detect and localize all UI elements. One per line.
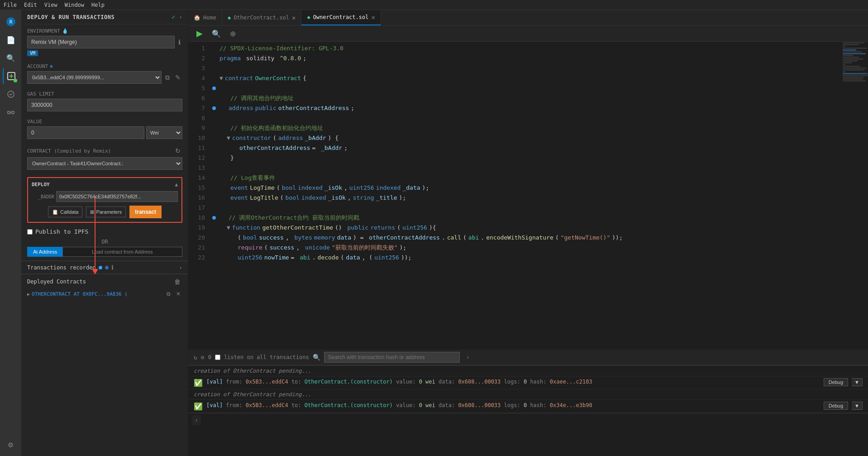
menu-help[interactable]: Help <box>91 2 105 8</box>
home-icon: 🏠 <box>194 14 200 21</box>
code-line-2: pragma solidity ^0.8.0; <box>212 53 837 63</box>
account-section: ACCOUNT ⊕ 0x5B3...eddC4 (99.999999999...… <box>22 60 188 87</box>
expand-icon[interactable]: › <box>179 14 182 20</box>
blue-dot-2 <box>105 266 109 269</box>
listen-all-checkbox[interactable] <box>215 355 220 360</box>
editor-area: 🏠 Home ◆ OtherContract.sol ✕ ◆ OwnerCont… <box>188 10 868 456</box>
icon-bar: R 📄 🔍 ⚙ <box>0 10 22 456</box>
run-btn[interactable]: ▶ <box>194 27 205 40</box>
tab-other-contract[interactable]: ◆ OtherContract.sol ✕ <box>222 10 302 25</box>
tab-owner-contract[interactable]: ◆ OwnerContract.sol ✕ <box>301 10 381 25</box>
tx-count: 0 <box>208 354 211 360</box>
value-label: VALUE <box>27 119 182 125</box>
baddr-input[interactable] <box>56 191 178 202</box>
edit-account-btn[interactable]: ✎ <box>173 73 182 82</box>
svg-rect-5 <box>12 111 14 114</box>
deployed-header: Deployed Contracts 🗑 <box>27 277 182 286</box>
expand-transactions-icon[interactable]: › <box>179 264 182 271</box>
refresh-contract-btn[interactable]: ↻ <box>173 146 182 155</box>
deployed-section: Deployed Contracts 🗑 ▶ OTHERCONTRACT AT … <box>22 274 188 302</box>
menu-bar: File Edit View Window Help <box>0 0 868 10</box>
debug-btn-2[interactable]: Debug <box>824 402 848 410</box>
menu-edit[interactable]: Edit <box>24 2 37 8</box>
output-panel: creation of OtherContract pending... ✅ [… <box>188 365 868 456</box>
value-section: VALUE Wei <box>22 115 188 143</box>
menu-file[interactable]: File <box>4 2 17 8</box>
load-contract-btn[interactable]: Load contract from Address <box>62 247 182 257</box>
code-line-9: // 初始化构造函数初始化合约地址 <box>212 123 837 133</box>
code-line-7: address public otherContractAddress; <box>212 103 837 113</box>
transact-btn[interactable]: transact <box>129 206 162 218</box>
close-tab-1[interactable]: ✕ <box>292 14 296 21</box>
close-tab-2[interactable]: ✕ <box>371 14 375 21</box>
sidebar-item-search[interactable]: 🔍 <box>3 50 19 66</box>
expand-contract-icon[interactable]: ▶ <box>27 292 30 297</box>
listen-all-label: listen on all transactions <box>224 354 309 360</box>
info-icon[interactable]: ℹ <box>111 264 114 271</box>
environment-info-btn[interactable]: ℹ <box>176 38 182 47</box>
collapse-deploy-icon[interactable]: ▲ <box>175 182 178 187</box>
code-line-13 <box>212 163 837 173</box>
account-select[interactable]: 0x5B3...eddC4 (99.999999999... <box>27 71 162 84</box>
zoom-btn[interactable]: ⊕ <box>227 28 238 40</box>
deploy-box-header: DEPLOY ▲ <box>32 182 178 187</box>
deploy-box: DEPLOY ▲ _BADDR 📋 Calldata ⊞ Parameters … <box>27 177 182 223</box>
calldata-btn[interactable]: 📋 Calldata <box>48 206 82 217</box>
environment-select[interactable]: Remix VM (Merge) <box>27 36 175 48</box>
search-btn[interactable]: 🔍 <box>209 28 224 40</box>
at-address-row: At Address Load contract from Address <box>27 247 182 257</box>
code-line-12: } <box>212 153 837 163</box>
sidebar-item-files[interactable]: 📄 <box>3 32 19 48</box>
menu-view[interactable]: View <box>44 2 57 8</box>
environment-section: ENVIRONMENT 💧 Remix VM (Merge) ℹ VM <box>22 24 188 60</box>
tx-search-icon: 🔍 <box>313 354 320 361</box>
value-input[interactable] <box>27 126 144 139</box>
sidebar-item-plugin[interactable] <box>3 104 19 120</box>
sidebar-item-debug[interactable] <box>3 86 19 102</box>
deploy-actions: 📋 Calldata ⊞ Parameters transact <box>32 206 178 218</box>
debug-btn-1[interactable]: Debug <box>824 378 848 386</box>
output-line-3: creation of OtherContract pending... <box>188 389 868 400</box>
tx-search-input[interactable] <box>324 352 460 363</box>
unit-select[interactable]: Wei <box>146 126 182 139</box>
code-line-11: otherContractAddress = _bAddr; <box>212 143 837 153</box>
close-contract-btn[interactable]: ✕ <box>174 290 182 298</box>
menu-window[interactable]: Window <box>65 2 84 8</box>
success-icon-1: ✅ <box>194 379 203 387</box>
copy-account-btn[interactable]: ⧉ <box>163 73 172 82</box>
deploy-panel-header: DEPLOY & RUN TRANSACTIONS ✓ › <box>22 10 188 24</box>
environment-select-row: Remix VM (Merge) ℹ <box>27 36 182 48</box>
debug-expand-2[interactable]: ▼ <box>852 402 863 410</box>
deployed-title: Deployed Contracts <box>27 278 86 285</box>
or-divider: OR <box>22 237 188 247</box>
sidebar-item-logo[interactable]: R <box>3 14 19 30</box>
parameters-btn[interactable]: ⊞ Parameters <box>86 206 126 217</box>
at-address-btn[interactable]: At Address <box>27 247 62 257</box>
parameters-icon: ⊞ <box>90 209 94 215</box>
panel-expand-btn[interactable]: › <box>192 415 201 425</box>
output-line-4: ✅ [val] from: 0x5B3...eddC4 to: OtherCon… <box>188 400 868 413</box>
stop-icon[interactable]: ⊖ <box>201 354 205 361</box>
expand-output-btn[interactable]: ‹ <box>463 352 472 362</box>
code-line-10: ▼ constructor(address _bAddr) { <box>212 133 837 143</box>
line-numbers: 12345 678910 1112131415 1617181920 2122 <box>188 42 209 350</box>
debug-expand-1[interactable]: ▼ <box>852 378 863 386</box>
contract-select[interactable]: OwnerContract - Task41/OwnerContract.: <box>27 157 182 170</box>
code-line-20: (bool success, bytes memory data) = othe… <box>212 233 837 243</box>
panel-expand-row: › <box>188 413 868 427</box>
gas-limit-input[interactable] <box>27 99 182 111</box>
refresh-icon[interactable]: ↻ <box>194 354 197 361</box>
publish-ipfs-checkbox[interactable] <box>27 229 33 235</box>
copy-contract-btn[interactable]: ⧉ <box>165 290 172 298</box>
code-line-22: uint256 nowTime = abi.decode(data, (uint… <box>212 253 837 263</box>
pending-text-2: creation of OtherContract pending... <box>194 391 311 398</box>
contract-row: OwnerContract - Task41/OwnerContract.: <box>27 157 182 170</box>
account-add-icon[interactable]: ⊕ <box>50 63 53 69</box>
tab-home[interactable]: 🏠 Home <box>188 10 222 25</box>
delete-deployed-btn[interactable]: 🗑 <box>172 277 182 286</box>
code-line-3 <box>212 63 837 73</box>
vm-badge: VM <box>27 50 38 56</box>
sidebar-item-deploy[interactable] <box>3 68 19 84</box>
sidebar-item-settings[interactable]: ⚙ <box>3 436 19 452</box>
code-line-1: // SPDX-License-Identifier: GPL-3.0 <box>212 43 837 53</box>
